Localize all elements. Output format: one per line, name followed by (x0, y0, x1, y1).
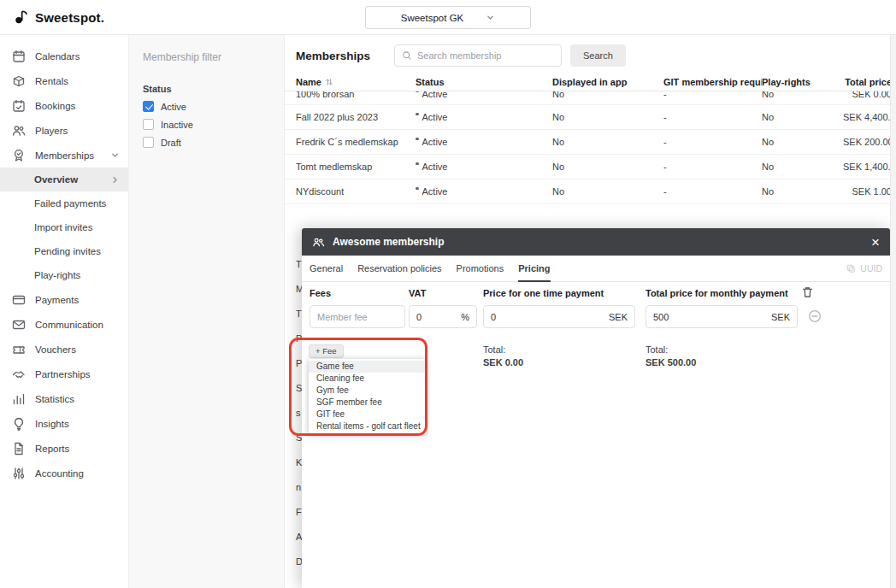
handshake-icon (12, 368, 26, 381)
fee-option-game-fee[interactable]: Game fee (309, 361, 426, 373)
page-title: Memberships (296, 50, 370, 62)
modal-tabs: General Reservation policies Promotions … (302, 256, 890, 282)
uuid-button[interactable]: UUID (846, 263, 882, 273)
sidebar-item-communication[interactable]: Communication (0, 312, 128, 337)
trash-icon[interactable] (801, 285, 814, 298)
fee-option-rental-items[interactable]: Rental items - golf cart fleet (309, 420, 426, 432)
column-name[interactable]: Name (296, 77, 416, 87)
sidebar-item-rentals[interactable]: Rentals (0, 68, 128, 93)
sidebar-item-reports[interactable]: Reports (0, 436, 128, 461)
tab-general[interactable]: General (309, 256, 343, 281)
status-cell: Active (416, 91, 552, 99)
one-time-total-value: SEK 0.00 (483, 357, 523, 368)
topbar: Sweetspot. Sweetspot GK (0, 0, 896, 35)
vat-field: % (409, 305, 477, 328)
table-row[interactable]: NYdiscount Active No - No SEK 1.00 (285, 179, 896, 204)
sidebar-item-players[interactable]: Players (0, 118, 128, 143)
sek-suffix: SEK (771, 312, 790, 322)
filter-panel-title: Membership filter (143, 51, 270, 63)
sidebar-item-vouchers[interactable]: Vouchers (0, 337, 128, 362)
table-row[interactable]: Fredrik C´s medlemskap Active No - No SE… (285, 130, 896, 155)
sidebar-item-failed-payments[interactable]: Failed payments (0, 191, 128, 215)
tab-pricing[interactable]: Pricing (518, 256, 550, 281)
sidebar-item-accounting[interactable]: Accounting (0, 461, 128, 485)
monthly-price-input[interactable] (653, 312, 768, 322)
table-row-fragment: T (296, 259, 302, 269)
sidebar-item-insights[interactable]: Insights (0, 411, 128, 436)
monthly-price-column-header: Total price for monthly payment (645, 288, 788, 298)
table-row[interactable]: Tomt medlemskap Active No - No SEK 1,400… (285, 155, 896, 179)
one-time-total: Total: SEK 0.00 (483, 344, 523, 368)
sidebar-item-bookings[interactable]: Bookings (0, 93, 128, 118)
tab-promotions[interactable]: Promotions (457, 256, 504, 281)
fee-option-sgf-member-fee[interactable]: SGF member fee (309, 397, 426, 409)
sidebar-item-payments[interactable]: Payments (0, 287, 128, 312)
table-row[interactable]: 100% brorsan Active No - No SEK 0.00 (285, 91, 896, 105)
remove-fee-icon[interactable] (808, 309, 822, 323)
modal-title: Awesome membership (333, 236, 445, 248)
fee-type-dropdown: Game fee Cleaning fee Gym fee SGF member… (309, 359, 426, 434)
search-box (394, 44, 562, 67)
mail-icon (12, 318, 26, 332)
add-fee-button[interactable]: + Fee (309, 344, 344, 358)
sidebar-item-pending-invites[interactable]: Pending invites (0, 239, 128, 263)
modal-header: Awesome membership × (302, 228, 890, 256)
status-cell: Active (416, 186, 552, 197)
status-cell: Active (416, 137, 552, 147)
main-header: Memberships Search (285, 35, 896, 74)
status-dot-icon (416, 162, 419, 166)
scrollbar[interactable] (890, 35, 896, 588)
search-icon (402, 50, 412, 61)
sliders-icon (12, 467, 26, 480)
table-row[interactable]: Fall 2022 plus 2023 Active No - No SEK 4… (285, 105, 896, 130)
sidebar-item-import-invites[interactable]: Import invites (0, 215, 128, 239)
fee-name-field (309, 305, 405, 328)
sidebar-item-memberships[interactable]: Memberships (0, 143, 128, 168)
search-input[interactable] (417, 50, 554, 61)
status-dot-icon (416, 138, 419, 141)
sidebar-item-partnerships[interactable]: Partnerships (0, 362, 128, 386)
column-play-rights: Play-rights (762, 77, 843, 87)
one-time-total-label: Total: (483, 344, 523, 355)
sidebar-item-statistics[interactable]: Statistics (0, 386, 128, 411)
sidebar-item-overview[interactable]: Overview (0, 168, 128, 191)
checkbox-active[interactable] (143, 101, 154, 112)
status-option-draft[interactable]: Draft (143, 137, 270, 148)
fee-name-input[interactable] (317, 312, 398, 322)
sidebar-item-play-rights[interactable]: Play-rights (0, 263, 128, 287)
status-option-active[interactable]: Active (143, 101, 270, 112)
one-time-price-input[interactable] (491, 312, 605, 322)
sort-icon[interactable] (325, 78, 333, 86)
status-option-inactive[interactable]: Inactive (143, 119, 270, 130)
checkbox-draft[interactable] (143, 137, 154, 148)
close-icon[interactable]: × (871, 235, 880, 250)
chevron-right-icon (110, 175, 120, 185)
chevron-down-icon (486, 13, 495, 22)
club-selector-value: Sweetspot GK (401, 13, 464, 23)
calendar-check-icon (12, 99, 26, 113)
fees-column-header: Fees (309, 288, 331, 298)
fee-option-gym-fee[interactable]: Gym fee (309, 385, 426, 397)
document-icon (12, 442, 26, 456)
fee-option-git-fee[interactable]: GIT fee (309, 409, 426, 420)
sidebar-item-calendars[interactable]: Calendars (0, 44, 128, 68)
search-button[interactable]: Search (570, 44, 626, 67)
copy-icon (846, 263, 856, 273)
users-icon (312, 236, 325, 249)
membership-modal: Awesome membership × General Reservation… (302, 228, 890, 588)
status-dot-icon (416, 91, 419, 92)
checkbox-inactive[interactable] (143, 119, 154, 130)
tab-reservation-policies[interactable]: Reservation policies (357, 256, 441, 281)
club-selector[interactable]: Sweetspot GK (365, 6, 531, 29)
monthly-price-field: SEK (645, 305, 798, 328)
lightbulb-icon (12, 417, 26, 431)
fee-option-cleaning-fee[interactable]: Cleaning fee (309, 373, 426, 385)
table-row-fragment: F (296, 507, 302, 517)
monthly-total-label: Total: (645, 344, 696, 355)
vat-input[interactable] (416, 312, 457, 322)
percent-suffix: % (461, 312, 469, 322)
brand-title: Sweetspot. (35, 10, 104, 25)
column-git-membership-required: GIT membership required (663, 77, 762, 87)
table-row-fragment: T (296, 309, 302, 319)
chevron-down-icon (110, 150, 120, 160)
